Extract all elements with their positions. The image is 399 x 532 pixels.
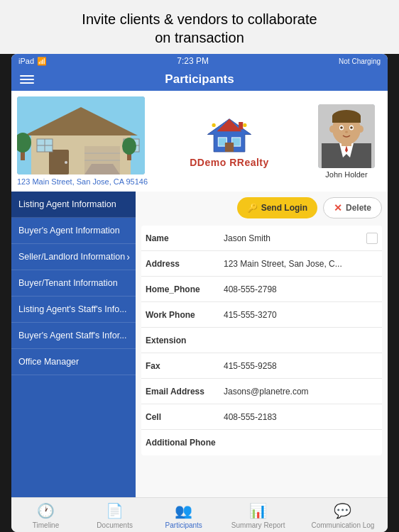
field-label-5: Fax	[146, 361, 224, 371]
tab-bar: 🕐Timeline📄Documents👥Participants📊Summary…	[11, 497, 388, 532]
device-frame: iPad 📶 7:23 PM Not Charging Participants	[11, 54, 388, 532]
field-value-0[interactable]: Jason Smith	[224, 233, 366, 243]
agent-name: John Holder	[325, 170, 367, 179]
menu-button[interactable]	[20, 75, 34, 84]
field-value-6[interactable]: Jasons@planetre.com	[224, 387, 378, 397]
wifi-icon: 📶	[37, 57, 47, 66]
svg-point-41	[358, 126, 364, 133]
tab-icon-2: 👥	[175, 502, 192, 519]
logo-text: DDemo RRealty	[190, 157, 269, 168]
demo-realty-logo: DDemo RRealty	[190, 115, 269, 168]
tab-label-1: Documents	[97, 521, 133, 529]
tab-timeline[interactable]: 🕐Timeline	[25, 502, 67, 529]
info-row-7: Cell408-555-2183	[141, 404, 382, 430]
field-value-3[interactable]: 415-555-3270	[224, 310, 378, 320]
nav-bar: Participants	[11, 68, 388, 91]
info-row-5: Fax415-555-9258	[141, 353, 382, 379]
sidebar-item-3[interactable]: Buyer/Tenant Information	[11, 270, 136, 297]
info-row-0: NameJason Smith	[141, 226, 382, 251]
detail-panel: 🔑 Send Login ✕ Delete NameJason SmithAdd…	[136, 192, 388, 497]
send-login-button[interactable]: 🔑 Send Login	[237, 197, 317, 218]
status-bar: iPad 📶 7:23 PM Not Charging	[11, 54, 388, 68]
realty-logo-icon	[204, 115, 254, 157]
property-section: 123 Main Street, San Jose, CA 95146	[11, 91, 388, 192]
svg-point-40	[329, 126, 335, 133]
sidebar-item-1[interactable]: Buyer's Agent Information	[11, 218, 136, 244]
field-label-8: Additional Phone	[146, 438, 224, 448]
svg-point-38	[350, 126, 353, 129]
sidebar-item-0[interactable]: Listing Agent Information	[11, 192, 136, 218]
agent-photo	[318, 104, 375, 168]
field-label-6: Email Address	[146, 387, 224, 397]
info-row-1: Address123 Main Street, San Jose, C...	[141, 251, 382, 277]
tab-label-4: Communication Log	[312, 521, 375, 529]
field-label-1: Address	[146, 259, 224, 269]
svg-point-7	[65, 161, 67, 164]
logo-section: DDemo RRealty	[148, 115, 311, 168]
tab-documents[interactable]: 📄Documents	[94, 502, 136, 529]
tab-participants[interactable]: 👥Participants	[163, 502, 205, 529]
info-row-3: Work Phone415-555-3270	[141, 302, 382, 328]
svg-point-17	[122, 138, 136, 155]
property-left: 123 Main Street, San Jose, CA 95146	[17, 96, 148, 186]
svg-point-25	[212, 123, 216, 126]
action-buttons: 🔑 Send Login ✕ Delete	[141, 197, 382, 218]
info-row-6: Email AddressJasons@planetre.com	[141, 379, 382, 404]
tab-icon-1: 📄	[106, 502, 124, 519]
info-row-8: Additional Phone	[141, 430, 382, 455]
main-content: Listing Agent InformationBuyer's Agent I…	[11, 192, 388, 497]
device-label: iPad	[18, 57, 34, 65]
field-label-7: Cell	[146, 412, 224, 422]
info-row-4: Extension	[141, 328, 382, 353]
page-title: Invite clients & vendors to collaborate …	[0, 0, 399, 54]
tab-icon-0: 🕐	[37, 502, 55, 519]
delete-icon: ✕	[334, 202, 342, 214]
tab-label-2: Participants	[165, 521, 202, 529]
svg-rect-23	[225, 142, 234, 151]
sidebar-item-6[interactable]: Office Manager	[11, 349, 136, 375]
chevron-right-icon: ›	[126, 251, 130, 262]
field-value-5[interactable]: 415-555-9258	[224, 361, 378, 371]
svg-point-39	[345, 131, 348, 133]
field-checkbox-0[interactable]	[366, 233, 378, 244]
tab-label-3: Summary Report	[231, 521, 285, 529]
svg-rect-24	[239, 122, 243, 130]
tab-label-0: Timeline	[33, 521, 59, 529]
tab-icon-4: 💬	[334, 502, 351, 519]
info-table: NameJason SmithAddress123 Main Street, S…	[141, 226, 382, 455]
info-row-2: Home_Phone408-555-2798	[141, 277, 382, 302]
field-label-2: Home_Phone	[146, 284, 224, 294]
tab-icon-3: 📊	[249, 502, 267, 519]
property-image[interactable]	[17, 96, 145, 174]
sidebar-item-4[interactable]: Listing Agent's Staff's Info...	[11, 297, 136, 323]
key-icon: 🔑	[247, 203, 258, 213]
delete-button[interactable]: ✕ Delete	[323, 197, 382, 218]
tab-summary-report[interactable]: 📊Summary Report	[231, 502, 285, 529]
time-display: 7:23 PM	[177, 56, 209, 66]
sidebar-item-5[interactable]: Buyer's Agent Staff's Infor...	[11, 323, 136, 349]
sidebar: Listing Agent InformationBuyer's Agent I…	[11, 192, 136, 497]
field-value-2[interactable]: 408-555-2798	[224, 284, 378, 294]
property-address: 123 Main Street, San Jose, CA 95146	[17, 177, 148, 186]
field-value-7[interactable]: 408-555-2183	[224, 412, 378, 422]
delete-label: Delete	[346, 203, 371, 213]
nav-title: Participants	[165, 72, 234, 87]
agent-section: John Holder	[311, 104, 382, 179]
battery-status: Not Charging	[339, 57, 381, 65]
send-login-label: Send Login	[261, 203, 307, 213]
svg-rect-34	[332, 116, 361, 123]
sidebar-item-2[interactable]: Seller/Landlord Information›	[11, 244, 136, 270]
svg-point-26	[243, 123, 246, 126]
tab-communication-log[interactable]: 💬Communication Log	[312, 502, 375, 529]
field-label-3: Work Phone	[146, 310, 224, 320]
field-value-1[interactable]: 123 Main Street, San Jose, C...	[224, 259, 378, 269]
svg-point-37	[340, 126, 343, 129]
field-label-0: Name	[146, 233, 224, 243]
field-label-4: Extension	[146, 336, 224, 345]
